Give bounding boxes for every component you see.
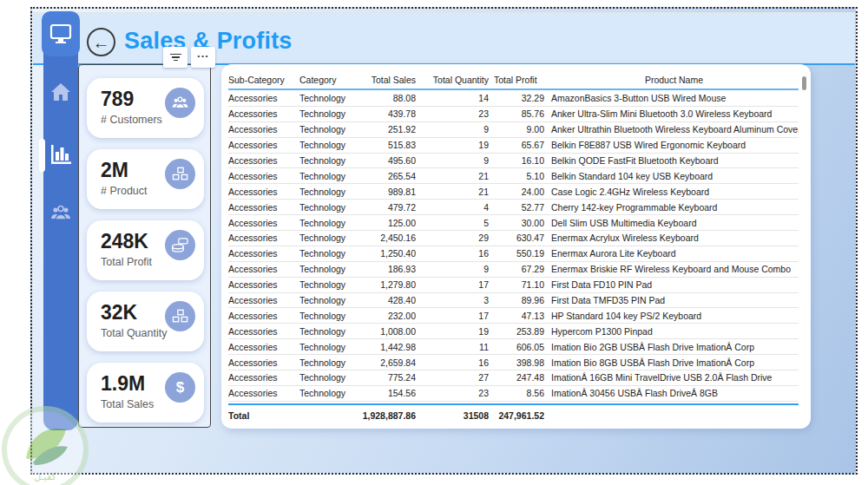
table-row[interactable]: Accessories Technology 495.60 9 16.10 Be… — [228, 154, 799, 169]
cell-total-profit: 67.29 — [494, 264, 544, 274]
cell-total-sales: 2,450.16 — [358, 233, 416, 243]
cell-sub-category: Accessories — [228, 140, 294, 150]
cell-total-sales: 775.24 — [358, 372, 416, 383]
cell-category: Technology — [299, 279, 353, 290]
table-row[interactable]: Accessories Technology 775.24 27 247.48 … — [228, 370, 799, 386]
table-total-row: Total 1,928,887.86 31508 247,961.52 — [228, 403, 799, 426]
cell-total-quantity: 9 — [421, 124, 489, 134]
table-row[interactable]: Accessories Technology 251.92 9 9.00 Ank… — [228, 122, 799, 138]
table-row[interactable]: Accessories Technology 479.72 4 52.77 Ch… — [228, 200, 799, 215]
cell-category: Technology — [299, 171, 353, 181]
cell-sub-category: Accessories — [228, 311, 294, 321]
table-row[interactable]: Accessories Technology 154.56 23 8.56 Im… — [228, 386, 799, 402]
table-row[interactable]: Accessories Technology 1,250.40 16 550.1… — [228, 246, 799, 262]
more-options-button[interactable]: ... — [191, 47, 215, 68]
table-row[interactable]: Accessories Technology 515.83 19 65.67 B… — [228, 138, 799, 154]
cell-category: Technology — [299, 218, 353, 228]
cell-total-sales: 1,008.00 — [358, 326, 416, 337]
app-logo-tile[interactable] — [42, 11, 80, 56]
kpi-card-customers[interactable]: 789 # Customers — [87, 78, 204, 138]
cell-product-name: Anker Ultra-Slim Mini Bluetooth 3.0 Wire… — [549, 108, 799, 119]
total-profit-value: 247,961.52 — [494, 410, 544, 421]
table-row[interactable]: Accessories Technology 989.81 21 24.00 C… — [228, 184, 799, 200]
kpi-card-product[interactable]: 2M # Product — [87, 149, 204, 209]
table-row[interactable]: Accessories Technology 88.08 14 32.29 Am… — [228, 91, 799, 107]
cell-product-name: Enermax Briskie RF Wireless Keyboard and… — [549, 264, 799, 274]
cell-product-name: Belkin QODE FastFit Bluetooth Keyboard — [549, 155, 799, 166]
column-header-category[interactable]: Category — [299, 75, 353, 85]
cell-sub-category: Accessories — [228, 372, 294, 383]
kpi-card-quantity[interactable]: 32K Total Quantity — [87, 292, 204, 351]
cell-total-sales: 989.81 — [358, 187, 416, 197]
cell-total-quantity: 16 — [421, 248, 489, 259]
cell-category: Technology — [299, 326, 353, 337]
table-row[interactable]: Accessories Technology 1,008.00 19 253.8… — [228, 324, 799, 339]
table-row[interactable]: Accessories Technology 157.92 19 142.76 … — [228, 402, 799, 403]
cell-total-sales: 265.54 — [358, 171, 416, 181]
cell-total-sales: 428.40 — [358, 295, 416, 305]
cell-sub-category: Accessories — [228, 155, 294, 166]
cell-sub-category: Accessories — [228, 295, 294, 305]
table-row[interactable]: Accessories Technology 125.00 5 30.00 De… — [228, 215, 799, 231]
cell-category: Technology — [299, 264, 353, 274]
cell-total-quantity: 23 — [421, 108, 489, 119]
total-label: Total — [228, 410, 294, 421]
cell-total-profit: 24.00 — [494, 187, 544, 197]
total-quantity-value: 31508 — [421, 410, 489, 421]
cell-category: Technology — [299, 357, 353, 368]
home-icon — [50, 82, 71, 102]
cell-total-profit: 89.96 — [494, 295, 544, 305]
cell-total-profit: 16.10 — [494, 155, 544, 166]
column-header-sub-category[interactable]: Sub-Category — [228, 75, 294, 85]
cell-category: Technology — [299, 187, 353, 197]
filter-button[interactable] — [163, 47, 187, 68]
cell-sub-category: Accessories — [228, 108, 294, 119]
cell-sub-category: Accessories — [228, 218, 294, 228]
cell-product-name: Imation Bio 2GB USBÂ Flash Drive Imation… — [549, 342, 799, 352]
cell-product-name: Cherry 142-key Programmable Keyboard — [549, 202, 799, 213]
back-button[interactable]: ← — [87, 28, 115, 56]
table-row[interactable]: Accessories Technology 232.00 17 47.13 H… — [228, 308, 799, 324]
column-header-product-name[interactable]: Product Name — [549, 75, 799, 85]
cell-product-name: Dell Slim USB Multimedia Keyboard — [549, 218, 799, 228]
cell-product-name: Case Logic 2.4GHz Wireless Keyboard — [549, 187, 799, 197]
column-header-total-sales[interactable]: Total Sales — [358, 75, 416, 85]
column-header-total-quantity[interactable]: Total Quantity — [421, 75, 489, 85]
cell-product-name: Belkin F8E887 USB Wired Ergonomic Keyboa… — [549, 140, 799, 150]
column-header-total-profit[interactable]: Total Profit — [494, 75, 544, 85]
kpi-card-profit[interactable]: 248K Total Profit — [87, 220, 204, 280]
table-row[interactable]: Accessories Technology 439.78 23 85.76 A… — [228, 107, 799, 122]
cell-total-sales: 495.60 — [358, 155, 416, 166]
table-row[interactable]: Accessories Technology 2,659.84 16 398.9… — [228, 355, 799, 370]
cell-total-profit: 606.05 — [494, 342, 544, 352]
cell-sub-category: Accessories — [228, 357, 294, 368]
cell-total-profit: 30.00 — [494, 218, 544, 228]
sidebar-item-reports[interactable] — [43, 140, 78, 169]
sidebar-item-customers[interactable] — [43, 199, 78, 228]
cell-total-quantity: 21 — [421, 171, 489, 181]
cell-product-name: Enermax Acrylux Wireless Keyboard — [549, 233, 799, 243]
cell-product-name: Enermax Aurora Lite Keyboard — [549, 248, 799, 259]
table-row[interactable]: Accessories Technology 1,442.98 11 606.0… — [228, 339, 799, 355]
cell-sub-category: Accessories — [228, 124, 294, 134]
table-row[interactable]: Accessories Technology 186.93 9 67.29 En… — [228, 262, 799, 278]
cell-total-profit: 550.19 — [494, 248, 544, 259]
cell-total-quantity: 29 — [421, 233, 489, 243]
cell-total-quantity: 27 — [421, 372, 489, 383]
cell-total-quantity: 5 — [421, 218, 489, 228]
cell-total-profit: 65.67 — [494, 140, 544, 150]
cell-category: Technology — [299, 233, 353, 243]
sidebar-item-home[interactable] — [43, 77, 78, 107]
kpi-card-sales[interactable]: 1.9M Total Sales $ — [87, 363, 204, 423]
table-scrollbar-thumb[interactable] — [802, 76, 806, 90]
table-row[interactable]: Accessories Technology 428.40 3 89.96 Fi… — [228, 293, 799, 309]
table-row[interactable]: Accessories Technology 265.54 21 5.10 Be… — [228, 168, 799, 184]
cell-total-quantity: 11 — [421, 342, 489, 352]
table-row[interactable]: Accessories Technology 2,450.16 29 630.4… — [228, 231, 799, 246]
table-row[interactable]: Accessories Technology 1,279.80 17 71.10… — [228, 278, 799, 293]
quantity-boxes-icon — [165, 301, 195, 331]
cell-sub-category: Accessories — [228, 264, 294, 274]
cell-category: Technology — [299, 155, 353, 166]
cell-sub-category: Accessories — [228, 202, 294, 213]
cell-total-profit: 32.29 — [494, 93, 544, 103]
